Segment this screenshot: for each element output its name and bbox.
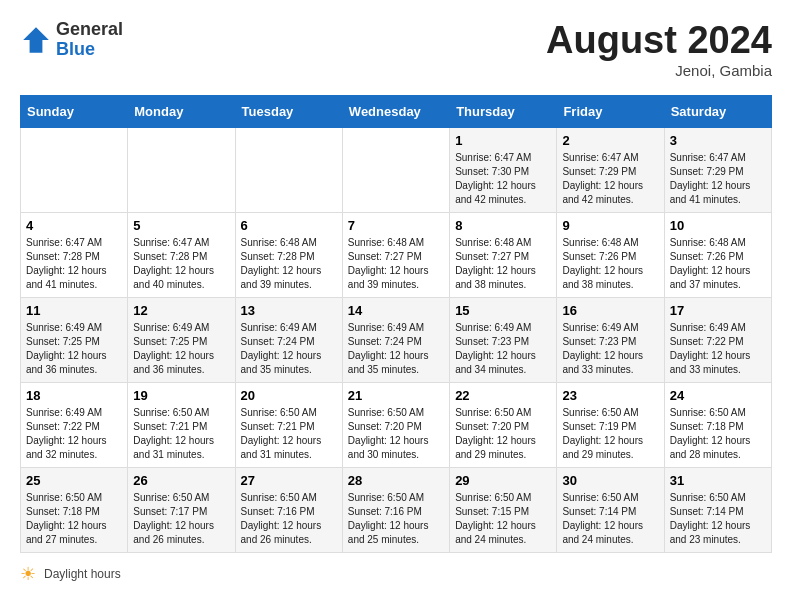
- day-number: 17: [670, 303, 766, 318]
- day-number: 11: [26, 303, 122, 318]
- day-info: Sunrise: 6:50 AMSunset: 7:16 PMDaylight:…: [348, 491, 444, 547]
- day-number: 4: [26, 218, 122, 233]
- day-info: Sunrise: 6:48 AMSunset: 7:26 PMDaylight:…: [562, 236, 658, 292]
- generalblue-logo-icon: [20, 24, 52, 56]
- calendar-cell: 4Sunrise: 6:47 AMSunset: 7:28 PMDaylight…: [21, 212, 128, 297]
- calendar-cell: 31Sunrise: 6:50 AMSunset: 7:14 PMDayligh…: [664, 467, 771, 552]
- day-info: Sunrise: 6:48 AMSunset: 7:27 PMDaylight:…: [455, 236, 551, 292]
- day-info: Sunrise: 6:50 AMSunset: 7:14 PMDaylight:…: [562, 491, 658, 547]
- day-number: 6: [241, 218, 337, 233]
- legend-area: ☀ Daylight hours: [20, 563, 772, 585]
- calendar-cell: 14Sunrise: 6:49 AMSunset: 7:24 PMDayligh…: [342, 297, 449, 382]
- calendar-cell: [235, 127, 342, 212]
- col-header-monday: Monday: [128, 95, 235, 127]
- day-info: Sunrise: 6:50 AMSunset: 7:14 PMDaylight:…: [670, 491, 766, 547]
- month-year: August 2024: [546, 20, 772, 62]
- calendar-cell: 5Sunrise: 6:47 AMSunset: 7:28 PMDaylight…: [128, 212, 235, 297]
- calendar-cell: 20Sunrise: 6:50 AMSunset: 7:21 PMDayligh…: [235, 382, 342, 467]
- day-number: 19: [133, 388, 229, 403]
- logo-general: General: [56, 19, 123, 39]
- calendar-cell: 16Sunrise: 6:49 AMSunset: 7:23 PMDayligh…: [557, 297, 664, 382]
- day-info: Sunrise: 6:49 AMSunset: 7:23 PMDaylight:…: [455, 321, 551, 377]
- calendar-row-2: 4Sunrise: 6:47 AMSunset: 7:28 PMDaylight…: [21, 212, 772, 297]
- day-number: 7: [348, 218, 444, 233]
- day-info: Sunrise: 6:50 AMSunset: 7:21 PMDaylight:…: [133, 406, 229, 462]
- day-number: 28: [348, 473, 444, 488]
- day-number: 31: [670, 473, 766, 488]
- day-number: 21: [348, 388, 444, 403]
- calendar-cell: 1Sunrise: 6:47 AMSunset: 7:30 PMDaylight…: [450, 127, 557, 212]
- calendar-cell: [342, 127, 449, 212]
- day-number: 5: [133, 218, 229, 233]
- calendar-header-row: SundayMondayTuesdayWednesdayThursdayFrid…: [21, 95, 772, 127]
- calendar-cell: 23Sunrise: 6:50 AMSunset: 7:19 PMDayligh…: [557, 382, 664, 467]
- calendar-cell: 21Sunrise: 6:50 AMSunset: 7:20 PMDayligh…: [342, 382, 449, 467]
- day-number: 3: [670, 133, 766, 148]
- calendar-cell: [21, 127, 128, 212]
- title-area: August 2024 Jenoi, Gambia: [546, 20, 772, 79]
- header: General Blue August 2024 Jenoi, Gambia: [20, 20, 772, 79]
- day-number: 1: [455, 133, 551, 148]
- calendar-cell: 12Sunrise: 6:49 AMSunset: 7:25 PMDayligh…: [128, 297, 235, 382]
- day-info: Sunrise: 6:50 AMSunset: 7:17 PMDaylight:…: [133, 491, 229, 547]
- day-info: Sunrise: 6:48 AMSunset: 7:27 PMDaylight:…: [348, 236, 444, 292]
- day-info: Sunrise: 6:49 AMSunset: 7:25 PMDaylight:…: [26, 321, 122, 377]
- day-number: 23: [562, 388, 658, 403]
- day-number: 16: [562, 303, 658, 318]
- day-info: Sunrise: 6:50 AMSunset: 7:20 PMDaylight:…: [455, 406, 551, 462]
- calendar-cell: 19Sunrise: 6:50 AMSunset: 7:21 PMDayligh…: [128, 382, 235, 467]
- calendar-cell: 17Sunrise: 6:49 AMSunset: 7:22 PMDayligh…: [664, 297, 771, 382]
- day-number: 13: [241, 303, 337, 318]
- calendar-cell: 3Sunrise: 6:47 AMSunset: 7:29 PMDaylight…: [664, 127, 771, 212]
- day-info: Sunrise: 6:47 AMSunset: 7:29 PMDaylight:…: [562, 151, 658, 207]
- day-number: 2: [562, 133, 658, 148]
- calendar-cell: 27Sunrise: 6:50 AMSunset: 7:16 PMDayligh…: [235, 467, 342, 552]
- calendar-row-4: 18Sunrise: 6:49 AMSunset: 7:22 PMDayligh…: [21, 382, 772, 467]
- day-info: Sunrise: 6:49 AMSunset: 7:23 PMDaylight:…: [562, 321, 658, 377]
- calendar-cell: 13Sunrise: 6:49 AMSunset: 7:24 PMDayligh…: [235, 297, 342, 382]
- calendar-cell: 8Sunrise: 6:48 AMSunset: 7:27 PMDaylight…: [450, 212, 557, 297]
- day-info: Sunrise: 6:47 AMSunset: 7:28 PMDaylight:…: [26, 236, 122, 292]
- calendar-cell: 28Sunrise: 6:50 AMSunset: 7:16 PMDayligh…: [342, 467, 449, 552]
- day-info: Sunrise: 6:48 AMSunset: 7:26 PMDaylight:…: [670, 236, 766, 292]
- day-info: Sunrise: 6:47 AMSunset: 7:29 PMDaylight:…: [670, 151, 766, 207]
- day-number: 15: [455, 303, 551, 318]
- calendar-cell: 24Sunrise: 6:50 AMSunset: 7:18 PMDayligh…: [664, 382, 771, 467]
- day-info: Sunrise: 6:49 AMSunset: 7:24 PMDaylight:…: [241, 321, 337, 377]
- day-info: Sunrise: 6:49 AMSunset: 7:24 PMDaylight:…: [348, 321, 444, 377]
- col-header-tuesday: Tuesday: [235, 95, 342, 127]
- day-number: 20: [241, 388, 337, 403]
- day-number: 25: [26, 473, 122, 488]
- day-info: Sunrise: 6:50 AMSunset: 7:20 PMDaylight:…: [348, 406, 444, 462]
- day-info: Sunrise: 6:50 AMSunset: 7:21 PMDaylight:…: [241, 406, 337, 462]
- day-info: Sunrise: 6:50 AMSunset: 7:18 PMDaylight:…: [670, 406, 766, 462]
- day-info: Sunrise: 6:50 AMSunset: 7:19 PMDaylight:…: [562, 406, 658, 462]
- day-info: Sunrise: 6:50 AMSunset: 7:16 PMDaylight:…: [241, 491, 337, 547]
- day-number: 8: [455, 218, 551, 233]
- calendar-cell: [128, 127, 235, 212]
- calendar-cell: 30Sunrise: 6:50 AMSunset: 7:14 PMDayligh…: [557, 467, 664, 552]
- day-info: Sunrise: 6:47 AMSunset: 7:28 PMDaylight:…: [133, 236, 229, 292]
- calendar-table: SundayMondayTuesdayWednesdayThursdayFrid…: [20, 95, 772, 553]
- calendar-cell: 29Sunrise: 6:50 AMSunset: 7:15 PMDayligh…: [450, 467, 557, 552]
- day-number: 18: [26, 388, 122, 403]
- calendar-cell: 11Sunrise: 6:49 AMSunset: 7:25 PMDayligh…: [21, 297, 128, 382]
- day-number: 30: [562, 473, 658, 488]
- calendar-row-3: 11Sunrise: 6:49 AMSunset: 7:25 PMDayligh…: [21, 297, 772, 382]
- day-info: Sunrise: 6:48 AMSunset: 7:28 PMDaylight:…: [241, 236, 337, 292]
- calendar-cell: 10Sunrise: 6:48 AMSunset: 7:26 PMDayligh…: [664, 212, 771, 297]
- col-header-friday: Friday: [557, 95, 664, 127]
- day-number: 24: [670, 388, 766, 403]
- day-number: 9: [562, 218, 658, 233]
- day-number: 29: [455, 473, 551, 488]
- col-header-sunday: Sunday: [21, 95, 128, 127]
- calendar-cell: 18Sunrise: 6:49 AMSunset: 7:22 PMDayligh…: [21, 382, 128, 467]
- day-number: 26: [133, 473, 229, 488]
- calendar-row-5: 25Sunrise: 6:50 AMSunset: 7:18 PMDayligh…: [21, 467, 772, 552]
- calendar-cell: 22Sunrise: 6:50 AMSunset: 7:20 PMDayligh…: [450, 382, 557, 467]
- calendar-row-1: 1Sunrise: 6:47 AMSunset: 7:30 PMDaylight…: [21, 127, 772, 212]
- day-info: Sunrise: 6:49 AMSunset: 7:25 PMDaylight:…: [133, 321, 229, 377]
- day-number: 27: [241, 473, 337, 488]
- sun-icon: ☀: [20, 563, 36, 585]
- col-header-wednesday: Wednesday: [342, 95, 449, 127]
